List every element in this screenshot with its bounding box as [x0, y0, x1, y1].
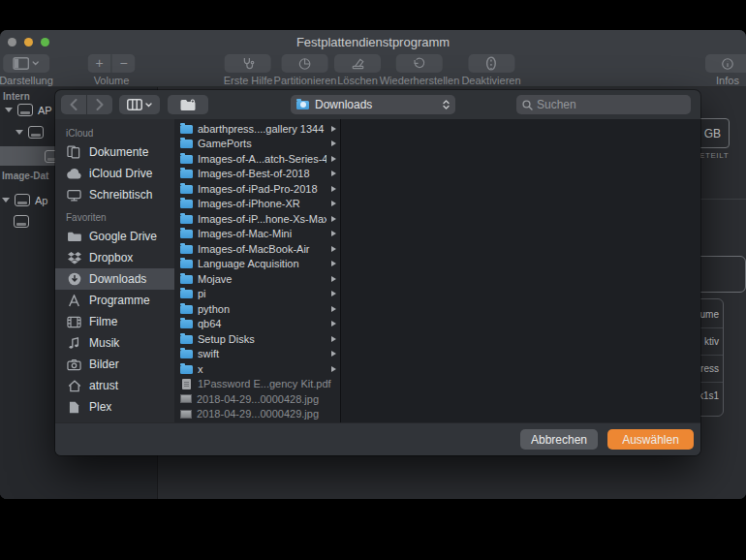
- toolbar-button-infos[interactable]: [705, 54, 746, 73]
- selected-volume-row[interactable]: [0, 146, 60, 166]
- toolbar-item-deaktivieren[interactable]: Deaktivieren: [461, 54, 520, 86]
- toolbar-item-volume[interactable]: +−Volume: [88, 54, 136, 86]
- sidebar-item-musik[interactable]: Musik: [55, 332, 174, 354]
- toolbar-button-partitionieren[interactable]: [282, 54, 328, 73]
- expand-triangle-icon: [331, 140, 336, 146]
- file-row-images-of-iphone-xr[interactable]: Images-of-iPhone-XR: [174, 197, 340, 212]
- back-button[interactable]: [61, 95, 86, 114]
- file-name: 1Password E...gency Kit.pdf: [198, 378, 336, 389]
- file-row-images-of-mac-mini[interactable]: Images-of-Mac-Mini: [174, 227, 340, 242]
- file-row-gameports[interactable]: GamePorts: [174, 137, 340, 152]
- close-button[interactable]: [8, 38, 16, 47]
- toolbar-button-erstehilfe[interactable]: [225, 54, 271, 73]
- toolbar-button-loeschen[interactable]: [334, 54, 381, 73]
- updown-chevrons-icon: [443, 100, 450, 109]
- file-row-images-of-macbook-air[interactable]: Images-of-MacBook-Air: [174, 241, 340, 257]
- sidebar-item-bilder[interactable]: Bilder: [55, 354, 174, 375]
- file-row-x[interactable]: x: [174, 361, 340, 377]
- titlebar: Festplattendienstprogramm: [0, 30, 746, 54]
- file-row-images-of-ip-hone-xs-max[interactable]: Images-of-iP...hone-Xs-Max: [174, 211, 340, 227]
- add-volume-button[interactable]: +: [88, 54, 111, 73]
- folder-gray-icon: [66, 231, 82, 242]
- zoom-button[interactable]: [41, 38, 49, 47]
- disk-row[interactable]: [16, 126, 44, 139]
- documents-icon: [66, 145, 82, 159]
- disk-image-row[interactable]: Ap: [2, 194, 47, 206]
- new-folder-button[interactable]: [168, 95, 208, 114]
- file-name: Images-of-iPad-Pro-2018: [198, 183, 326, 195]
- column-view-button[interactable]: [119, 95, 160, 114]
- minimize-button[interactable]: [24, 38, 33, 47]
- toolbar-label-partitionieren: Partitionieren: [274, 75, 337, 86]
- file-name: Images-of-Best-of-2018: [198, 168, 326, 179]
- file-row-swift[interactable]: swift: [174, 347, 340, 362]
- folder-icon: [180, 140, 193, 148]
- disk-row[interactable]: AP: [5, 104, 52, 116]
- sidebar-item-label: Musik: [89, 336, 119, 350]
- toolbar-item-loeschen[interactable]: Löschen: [334, 54, 381, 86]
- file-row-setup-disks[interactable]: Setup Disks: [174, 331, 340, 347]
- confirm-button[interactable]: Auswählen: [607, 429, 694, 450]
- sidebar-item-google-drive[interactable]: Google Drive: [55, 226, 174, 247]
- volume-segmented-control[interactable]: +−: [88, 54, 136, 73]
- file-row-images-of-ipad-pro-2018[interactable]: Images-of-iPad-Pro-2018: [174, 181, 340, 197]
- file-name: python: [198, 303, 326, 315]
- sidebar-item-dropbox[interactable]: Dropbox: [55, 247, 174, 268]
- file-row-2018-04-29-0000429-jpg[interactable]: 2018-04-29...0000429.jpg: [174, 407, 340, 422]
- dialog-toolbar: Downloads: [55, 90, 700, 119]
- sidebar-item-label: Dokumente: [89, 145, 148, 159]
- toolbar-item-partitionieren[interactable]: Partitionieren: [274, 54, 337, 86]
- file-row-pi[interactable]: pi: [174, 287, 340, 302]
- sidebar-item-programme[interactable]: Programme: [55, 290, 174, 311]
- disclosure-triangle-icon[interactable]: [16, 130, 23, 135]
- search-input[interactable]: [537, 98, 685, 111]
- folder-icon: [180, 215, 193, 224]
- disk-image-row[interactable]: [14, 215, 29, 228]
- file-row-python[interactable]: python: [174, 301, 340, 317]
- file-row-images-of-a-atch-series-4[interactable]: Images-of-A...atch-Series-4: [174, 151, 340, 167]
- disclosure-triangle-icon[interactable]: [5, 108, 13, 112]
- toolbar-button-wiederherstellen[interactable]: [396, 54, 443, 73]
- disk-icon: [28, 126, 44, 139]
- unmount-icon: [485, 56, 496, 71]
- file-row-2018-04-29-0000428-jpg[interactable]: 2018-04-29...0000428.jpg: [174, 391, 340, 407]
- disclosure-triangle-icon[interactable]: [2, 198, 10, 202]
- expand-triangle-icon: [331, 366, 336, 372]
- file-name: x: [198, 363, 326, 375]
- cancel-button[interactable]: Abbrechen: [520, 429, 598, 450]
- file-row-1password-e-gency-kit-pdf[interactable]: 1Password E...gency Kit.pdf: [174, 377, 340, 392]
- sidebar-item-dokumente[interactable]: Dokumente: [55, 141, 174, 163]
- sidebar-item-atrust[interactable]: atrust: [55, 375, 174, 396]
- toolbar-item-infos[interactable]: Infos: [705, 54, 746, 86]
- sidebar-item-filme[interactable]: Filme: [55, 311, 174, 332]
- folder-icon: [180, 260, 193, 268]
- sidebar-item-icloud-drive[interactable]: iCloud Drive: [55, 163, 174, 184]
- sidebar-section-images: Image-Dat: [2, 171, 48, 181]
- sidebar-item-schreibtisch[interactable]: Schreibtisch: [55, 184, 174, 205]
- toolbar-item-wiederherstellen[interactable]: Wiederherstellen: [380, 54, 460, 86]
- file-row-images-of-best-of-2018[interactable]: Images-of-Best-of-2018: [174, 167, 340, 182]
- sidebar-item-downloads[interactable]: Downloads: [55, 268, 174, 290]
- folder-icon: [180, 230, 193, 238]
- toolbar-item-erstehilfe[interactable]: Erste Hilfe: [224, 54, 273, 86]
- expand-triangle-icon: [331, 231, 336, 236]
- path-dropdown[interactable]: Downloads: [291, 95, 455, 114]
- file-row-mojave[interactable]: Mojave: [174, 271, 340, 287]
- folder-icon: [180, 305, 193, 314]
- toolbar-button-deaktivieren[interactable]: [468, 54, 514, 73]
- file-row-language-acquisition[interactable]: Language Acquisition: [174, 257, 340, 272]
- toolbar-item-darstellung[interactable]: Darstellung: [0, 54, 53, 86]
- expand-triangle-icon: [331, 276, 336, 282]
- remove-volume-button[interactable]: −: [111, 54, 136, 73]
- search-field[interactable]: [516, 95, 691, 114]
- dialog-footer: Abbrechen Auswählen: [55, 422, 700, 455]
- nav-buttons: [61, 95, 112, 114]
- file-row-abarthpress-gallery-1344[interactable]: abarthpress....gallery 1344: [174, 121, 340, 137]
- toolbar-button-darstellung[interactable]: [3, 54, 49, 73]
- file-row-qb64[interactable]: qb64: [174, 317, 340, 332]
- expand-triangle-icon: [331, 126, 336, 132]
- sidebar-item-plex[interactable]: Plex: [55, 396, 174, 418]
- expand-triangle-icon: [331, 321, 336, 327]
- folder-icon: [180, 245, 193, 254]
- forward-button[interactable]: [87, 95, 112, 114]
